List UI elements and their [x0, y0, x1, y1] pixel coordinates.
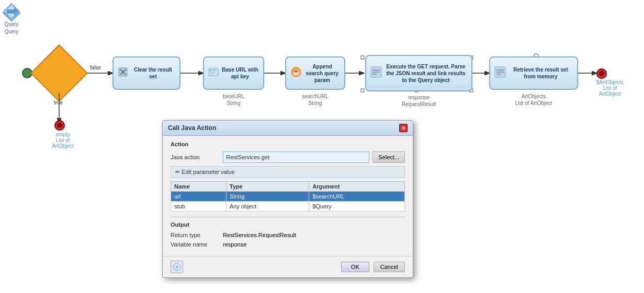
- variable-name-label: Variable name: [171, 241, 223, 248]
- cell-type: String: [226, 192, 309, 202]
- base-url-box[interactable]: Base URL with api key: [203, 56, 264, 90]
- select-button[interactable]: Select...: [372, 151, 405, 163]
- call-java-action-dialog: Call Java Action ✕ Action Java action Se…: [162, 120, 413, 278]
- return-type-label: Return type: [171, 232, 223, 238]
- execute-sublabel: response RequestResult: [365, 94, 472, 108]
- edit-param-label: ✏ Edit parameter value: [175, 169, 235, 175]
- base-url-sublabel: baseURL String: [203, 93, 264, 107]
- return-type-value: RestServices.RequestResult: [223, 232, 296, 238]
- end-circle-bottom: [54, 120, 65, 132]
- variable-name-row: Variable name response: [171, 241, 405, 248]
- svg-text:?: ?: [175, 265, 178, 270]
- cell-type: Any object: [226, 202, 309, 212]
- variable-name-value: response: [223, 241, 246, 248]
- return-type-row: Return type RestServices.RequestResult: [171, 232, 405, 238]
- svg-point-28: [210, 69, 211, 71]
- retrieve-sublabel: ArtObjects List of ArtObject: [489, 93, 578, 107]
- clear-result-box[interactable]: Clear the result set: [112, 56, 180, 90]
- execute-icon: [370, 66, 382, 80]
- query-label: Query: [4, 21, 18, 28]
- base-url-icon: [208, 67, 219, 79]
- cell-argument: $searchURL: [309, 192, 405, 202]
- svg-point-43: [599, 71, 604, 76]
- query-node: Query Query: [3, 3, 20, 35]
- svg-rect-15: [361, 89, 364, 92]
- retrieve-box[interactable]: Retrieve the result set from memory: [489, 56, 578, 90]
- output-section-label: Output: [171, 221, 405, 228]
- art-objects-label: $ArtObjects List of ArtObject: [594, 79, 626, 97]
- output-section: Output Return type RestServices.RequestR…: [171, 221, 405, 248]
- ok-button[interactable]: OK: [341, 262, 369, 272]
- retrieve-icon: [494, 66, 506, 80]
- dialog-title: Call Java Action: [168, 124, 216, 132]
- help-icon[interactable]: ?: [171, 261, 183, 273]
- cancel-button[interactable]: Cancel: [374, 262, 405, 272]
- dialog-footer: ? OK Cancel: [163, 256, 413, 277]
- clear-result-label: Clear the result set: [131, 66, 175, 80]
- table-row[interactable]: stubAny object$Query: [171, 202, 405, 212]
- retrieve-label: Retrieve the result set from memory: [509, 66, 573, 80]
- java-action-input[interactable]: [223, 151, 369, 163]
- action-section-label: Action: [171, 141, 405, 147]
- cell-argument: $Query: [309, 202, 405, 212]
- dialog-body: Action Java action Select... ✏ Edit para…: [163, 136, 413, 256]
- svg-rect-3: [31, 45, 87, 101]
- col-argument: Argument: [309, 182, 405, 192]
- java-action-row: Java action Select...: [171, 151, 405, 163]
- empty-label: empty List of ArtObject: [50, 132, 76, 149]
- svg-text:☕: ☕: [292, 68, 300, 76]
- append-sublabel: searchURL String: [285, 93, 345, 107]
- query-sublabel: Query: [4, 29, 18, 35]
- clear-icon: [118, 67, 128, 79]
- col-name: Name: [171, 182, 227, 192]
- end-circle-top: [596, 68, 607, 80]
- append-icon: ☕: [290, 66, 302, 80]
- append-label: Append search query param: [304, 63, 340, 84]
- execute-label: Execute the GET request. Parse the JSON …: [385, 63, 467, 84]
- section-divider: [171, 217, 405, 217]
- cell-name: stub: [171, 202, 227, 212]
- svg-rect-14: [361, 56, 364, 59]
- base-url-label: Base URL with api key: [221, 66, 259, 80]
- table-row[interactable]: urlString$searchURL: [171, 192, 405, 202]
- append-box[interactable]: ☕ Append search query param: [285, 56, 345, 90]
- svg-point-1: [22, 68, 32, 78]
- cell-name: url: [171, 192, 227, 202]
- parameter-table: Name Type Argument urlString$searchURLst…: [171, 181, 405, 212]
- java-action-label: Java action: [171, 154, 223, 160]
- footer-buttons: OK Cancel: [341, 262, 405, 272]
- svg-text:true: true: [54, 100, 63, 106]
- svg-text:false: false: [90, 65, 101, 71]
- dialog-close-button[interactable]: ✕: [399, 124, 408, 132]
- execute-box[interactable]: Execute the GET request. Parse the JSON …: [365, 55, 472, 91]
- edit-param-bar: ✏ Edit parameter value: [171, 166, 405, 178]
- svg-point-45: [57, 123, 62, 128]
- dialog-header: Call Java Action ✕: [163, 121, 413, 136]
- col-type: Type: [226, 182, 309, 192]
